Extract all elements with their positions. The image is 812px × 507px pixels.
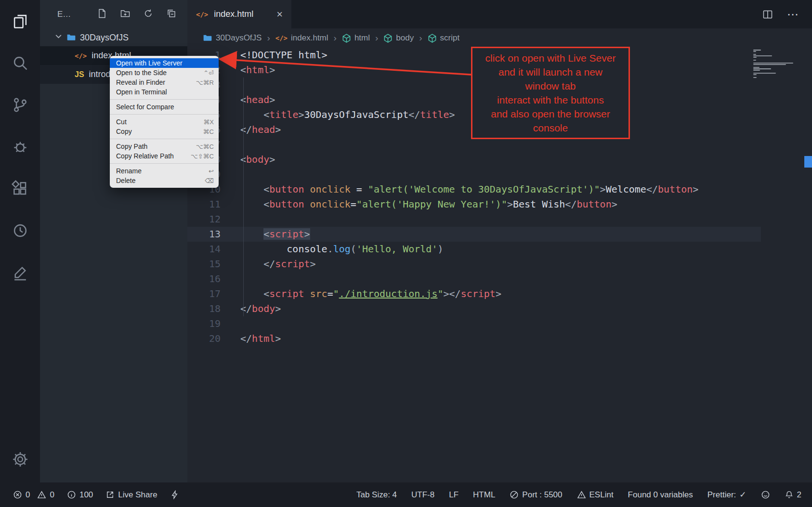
code-text[interactable]: </head>	[240, 122, 281, 137]
history-button[interactable]	[0, 209, 40, 251]
split-editor-icon[interactable]	[762, 9, 773, 20]
status-bar: 0 0 100 Live Share Tab Size: 4 UTF-8 LF …	[0, 482, 812, 507]
code-line[interactable]: 9	[187, 167, 812, 182]
menu-item-label: Select for Compare	[116, 103, 214, 111]
eslint-indicator[interactable]: ESLint	[577, 490, 614, 500]
tree-folder-30daysofjs[interactable]: 30DaysOfJS	[40, 29, 187, 46]
code-text[interactable]: </body>	[240, 301, 281, 316]
source-control-button[interactable]	[0, 84, 40, 126]
explorer-button[interactable]	[0, 0, 40, 42]
code-text[interactable]: <script>	[240, 227, 310, 242]
code-line[interactable]: 16	[187, 272, 812, 286]
code-text[interactable]: <html>	[240, 63, 275, 78]
context-menu-item[interactable]: Open to the Side⌃⏎	[110, 68, 219, 78]
warning-count: 0	[50, 490, 54, 500]
live-share-button[interactable]: Live Share	[105, 490, 157, 500]
minimap[interactable]	[753, 50, 798, 78]
code-text[interactable]: <button onclick = "alert('Welcome to 30D…	[240, 182, 698, 197]
eol-indicator[interactable]: LF	[449, 490, 458, 500]
tab-index-html[interactable]: </> index.html ×	[187, 0, 291, 28]
context-menu-item[interactable]: Cut⌘X	[110, 117, 219, 127]
code-line[interactable]: 8<body>	[187, 152, 812, 167]
code-line[interactable]: 19	[187, 316, 812, 331]
line-number[interactable]: 12	[187, 212, 221, 227]
indent-guide	[243, 78, 244, 316]
context-menu: Open with Live ServerOpen to the Side⌃⏎R…	[110, 56, 219, 188]
code-line[interactable]: 18</body>	[187, 301, 812, 316]
search-button[interactable]	[0, 42, 40, 84]
context-menu-item[interactable]: Select for Compare	[110, 102, 219, 112]
code-text[interactable]: <head>	[240, 92, 275, 107]
variables-indicator[interactable]: Found 0 variables	[628, 490, 693, 500]
line-number[interactable]: 17	[187, 286, 221, 301]
extensions-button[interactable]	[0, 168, 40, 209]
breadcrumb-item-script[interactable]: script	[428, 33, 460, 43]
breadcrumb-item-file[interactable]: </> index.html	[275, 33, 328, 43]
code-text[interactable]: <script src="./introduction.js"></script…	[240, 286, 501, 301]
error-icon	[13, 490, 22, 499]
refresh-button[interactable]	[143, 8, 156, 21]
context-menu-item[interactable]: Open with Live Server	[110, 58, 219, 68]
line-number[interactable]: 18	[187, 301, 221, 316]
bolt-button[interactable]	[170, 490, 179, 499]
breadcrumb-item-folder[interactable]: 30DaysOfJS	[203, 33, 262, 43]
code-line[interactable]: 14 console.log('Hello, World')	[187, 242, 812, 257]
line-number[interactable]: 20	[187, 331, 221, 346]
code-line[interactable]: 15 </script>	[187, 257, 812, 272]
menu-item-label: Copy	[116, 128, 203, 135]
port-indicator[interactable]: Port : 5500	[510, 490, 562, 500]
code-line[interactable]: 12	[187, 212, 812, 227]
prettier-indicator[interactable]: Prettier: ✓	[707, 490, 747, 500]
context-menu-item[interactable]: Rename↩	[110, 166, 219, 176]
new-folder-button[interactable]	[120, 8, 132, 21]
code-text[interactable]: <button onclick="alert('Happy New Year!'…	[240, 197, 617, 212]
new-file-button[interactable]	[97, 8, 109, 21]
line-number[interactable]: 19	[187, 316, 221, 331]
feedback-smiley-button[interactable]	[761, 490, 770, 499]
line-number[interactable]: 15	[187, 257, 221, 272]
encoding-indicator[interactable]: UTF-8	[411, 490, 434, 500]
breadcrumb-label: html	[354, 33, 370, 43]
annotation-line: window tab	[474, 79, 627, 93]
breadcrumb-label: body	[396, 33, 414, 43]
line-number[interactable]: 16	[187, 272, 221, 286]
code-text[interactable]: <!DOCTYPE html>	[240, 48, 327, 63]
run-debug-button[interactable]	[0, 126, 40, 168]
code-text[interactable]: <title>30DaysOfJavaScript</title>	[240, 107, 455, 122]
tab-size-indicator[interactable]: Tab Size: 4	[356, 490, 397, 500]
line-number[interactable]: 13	[187, 227, 221, 242]
code-text[interactable]: console.log('Hello, World')	[240, 242, 443, 257]
code-line[interactable]: 7	[187, 137, 812, 152]
scrollbar-marker[interactable]	[804, 156, 812, 168]
breadcrumb-item-body[interactable]: body	[383, 33, 414, 43]
code-line[interactable]: 11 <button onclick="alert('Happy New Yea…	[187, 197, 812, 212]
code-line[interactable]: 10 <button onclick = "alert('Welcome to …	[187, 182, 812, 197]
code-text[interactable]: </html>	[240, 331, 281, 346]
collapse-all-button[interactable]	[166, 8, 179, 21]
line-number[interactable]: 14	[187, 242, 221, 257]
error-count: 0	[26, 490, 30, 500]
context-menu-item[interactable]: Reveal in Finder⌥⌘R	[110, 78, 219, 87]
code-line[interactable]: 17 <script src="./introduction.js"></scr…	[187, 286, 812, 301]
context-menu-item[interactable]: Delete⌫	[110, 176, 219, 185]
code-text[interactable]: </script>	[240, 257, 316, 272]
code-line[interactable]: 20</html>	[187, 331, 812, 346]
context-menu-item[interactable]: Copy Path⌥⌘C	[110, 142, 219, 151]
breadcrumb-item-html[interactable]: html	[342, 33, 370, 43]
context-menu-item[interactable]: Copy Relative Path⌥⇧⌘C	[110, 151, 219, 161]
notifications-button[interactable]: 2	[785, 490, 801, 500]
code-line[interactable]: 13 <script>	[187, 227, 812, 242]
line-number[interactable]: 11	[187, 197, 221, 212]
language-indicator[interactable]: HTML	[473, 490, 495, 500]
feedback-button[interactable]	[0, 251, 40, 293]
problems-indicator[interactable]: 0 0	[13, 490, 54, 500]
code-text[interactable]: <body>	[240, 152, 275, 167]
context-menu-item[interactable]: Open in Terminal	[110, 87, 219, 97]
chevron-right-icon: ›	[265, 33, 271, 43]
circle-slash-icon	[510, 490, 519, 499]
settings-button[interactable]	[0, 436, 40, 482]
close-icon[interactable]: ×	[276, 8, 283, 21]
info-indicator[interactable]: 100	[67, 490, 93, 500]
more-actions-icon[interactable]: ⋯	[787, 8, 799, 21]
context-menu-item[interactable]: Copy⌘C	[110, 127, 219, 136]
